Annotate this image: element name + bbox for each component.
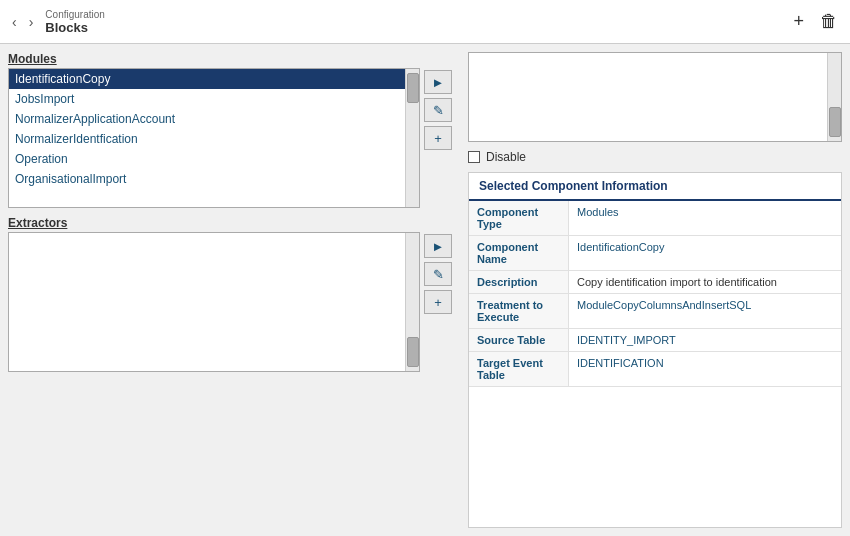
info-row-target-event-table: Target Event Table IDENTIFICATION: [469, 352, 841, 387]
right-panel: Disable Selected Component Information C…: [460, 44, 850, 536]
extractors-scrollbar[interactable]: [405, 233, 419, 371]
list-item[interactable]: OrganisationalImport: [9, 169, 419, 189]
info-val-target-event-table: IDENTIFICATION: [569, 352, 841, 386]
modules-add-button[interactable]: +: [424, 126, 452, 150]
extractors-label: Extractors: [8, 216, 452, 230]
list-item[interactable]: NormalizerApplicationAccount: [9, 109, 419, 129]
top-bar: ‹ › Configuration Blocks + 🗑: [0, 0, 850, 44]
breadcrumb: Configuration Blocks: [45, 9, 104, 35]
main-content: Modules IdentificationCopy JobsImport No…: [0, 44, 850, 536]
extractors-list-with-controls: ► ✎ +: [8, 232, 452, 372]
info-row-component-name: Component Name IdentificationCopy: [469, 236, 841, 271]
info-row-source-table: Source Table IDENTITY_IMPORT: [469, 329, 841, 352]
extractors-arrow-button[interactable]: ►: [424, 234, 452, 258]
modules-section: Modules IdentificationCopy JobsImport No…: [8, 52, 452, 208]
add-button[interactable]: +: [789, 9, 808, 34]
modules-list-with-controls: IdentificationCopy JobsImport Normalizer…: [8, 68, 452, 208]
info-row-description: Description Copy identification import t…: [469, 271, 841, 294]
info-key-target-event-table: Target Event Table: [469, 352, 569, 386]
back-button[interactable]: ‹: [8, 12, 21, 32]
forward-button[interactable]: ›: [25, 12, 38, 32]
extractors-add-button[interactable]: +: [424, 290, 452, 314]
modules-edit-button[interactable]: ✎: [424, 98, 452, 122]
modules-arrow-button[interactable]: ►: [424, 70, 452, 94]
list-item[interactable]: IdentificationCopy: [9, 69, 419, 89]
top-bar-left: ‹ › Configuration Blocks: [8, 9, 105, 35]
info-row-treatment: Treatment to Execute ModuleCopyColumnsAn…: [469, 294, 841, 329]
list-item[interactable]: Operation: [9, 149, 419, 169]
modules-scrollbar-thumb: [407, 73, 419, 103]
disable-checkbox[interactable]: [468, 151, 480, 163]
info-val-treatment: ModuleCopyColumnsAndInsertSQL: [569, 294, 841, 328]
left-panel: Modules IdentificationCopy JobsImport No…: [0, 44, 460, 536]
top-bar-right: + 🗑: [789, 9, 842, 34]
modules-list-inner[interactable]: IdentificationCopy JobsImport Normalizer…: [9, 69, 419, 207]
extractors-edit-button[interactable]: ✎: [424, 262, 452, 286]
modules-scrollbar[interactable]: [405, 69, 419, 207]
info-val-source-table: IDENTITY_IMPORT: [569, 329, 841, 351]
extractors-list-container: [8, 232, 420, 372]
preview-scrollbar[interactable]: [827, 53, 841, 141]
info-table-header: Selected Component Information: [469, 173, 841, 201]
modules-controls: ► ✎ +: [424, 68, 452, 208]
disable-label: Disable: [486, 150, 526, 164]
delete-button[interactable]: 🗑: [816, 9, 842, 34]
disable-row: Disable: [468, 150, 842, 164]
info-key-description: Description: [469, 271, 569, 293]
info-table: Selected Component Information Component…: [468, 172, 842, 528]
info-val-component-name: IdentificationCopy: [569, 236, 841, 270]
list-item[interactable]: JobsImport: [9, 89, 419, 109]
modules-list-container: IdentificationCopy JobsImport Normalizer…: [8, 68, 420, 208]
breadcrumb-parent: Configuration: [45, 9, 104, 20]
list-item[interactable]: NormalizerIdentfication: [9, 129, 419, 149]
extractors-section: Extractors ► ✎ +: [8, 216, 452, 372]
extractors-controls: ► ✎ +: [424, 232, 452, 372]
preview-scrollbar-thumb: [829, 107, 841, 137]
breadcrumb-current: Blocks: [45, 20, 104, 35]
info-key-treatment: Treatment to Execute: [469, 294, 569, 328]
info-key-component-name: Component Name: [469, 236, 569, 270]
extractors-scrollbar-thumb: [407, 337, 419, 367]
info-val-description: Copy identification import to identifica…: [569, 271, 841, 293]
info-key-source-table: Source Table: [469, 329, 569, 351]
info-val-component-type: Modules: [569, 201, 841, 235]
extractors-list-inner[interactable]: [9, 233, 419, 371]
preview-box: [468, 52, 842, 142]
info-row-component-type: Component Type Modules: [469, 201, 841, 236]
modules-label: Modules: [8, 52, 452, 66]
info-key-component-type: Component Type: [469, 201, 569, 235]
